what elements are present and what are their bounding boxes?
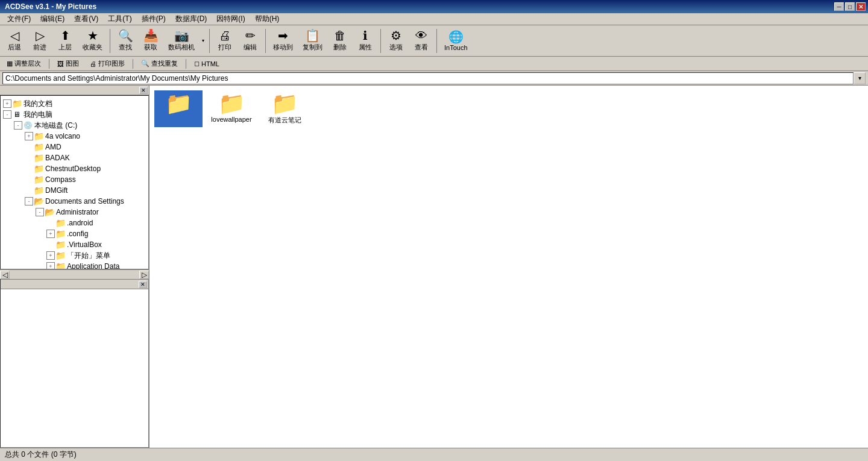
menu-file[interactable]: 文件(F): [2, 13, 36, 25]
address-dropdown[interactable]: ▾: [854, 72, 866, 84]
expand-local-disk[interactable]: -: [14, 121, 22, 130]
image-icon: 🖼: [57, 60, 64, 67]
tree-item-start-menu[interactable]: + 📁 「开始」菜单: [1, 250, 148, 261]
tree-item-4a[interactable]: + 📁 4a volcano: [1, 131, 148, 142]
find-dup-button[interactable]: 🔍 查找重复: [137, 58, 182, 70]
expand-administrator[interactable]: -: [36, 208, 44, 216]
tree-panel-header: ✕: [0, 86, 149, 95]
maximize-button[interactable]: □: [845, 2, 855, 11]
menu-tools[interactable]: 工具(T): [103, 13, 136, 25]
menu-help[interactable]: 帮助(H): [250, 13, 285, 25]
folder-icon-android: 📁: [55, 219, 65, 227]
menu-view[interactable]: 查看(V): [69, 13, 103, 25]
toolbar-sep-3: [265, 29, 266, 53]
tree-item-android[interactable]: 📁 .android: [1, 218, 148, 228]
tree-item-chestnut[interactable]: 📁 ChestnutDesktop: [1, 163, 148, 174]
expand-dmgift: [25, 186, 33, 195]
folder-icon-4a: 📁: [34, 132, 43, 140]
title-bar-controls: ─ □ ✕: [834, 2, 866, 11]
camera-dropdown[interactable]: ▾: [200, 27, 206, 55]
tree-hscrollbar[interactable]: ◁ ▷: [0, 269, 149, 279]
hscroll-left-btn[interactable]: ◁: [0, 271, 10, 279]
close-button[interactable]: ✕: [856, 2, 866, 11]
favorites-button[interactable]: ★ 收藏夹: [78, 27, 107, 55]
search-icon: 🔍: [118, 30, 133, 42]
folder-icon-docs-settings: 📂: [34, 197, 43, 205]
file-item-folder1[interactable]: 📁: [154, 90, 203, 127]
expand-docs-settings[interactable]: -: [25, 197, 33, 205]
toolbar-sep-4: [380, 29, 381, 53]
copy-button[interactable]: 📋 复制到: [298, 27, 327, 55]
left-panel: ✕ + 📁 我的文档 - 🖥 我的电脑: [0, 86, 149, 448]
address-input[interactable]: [2, 72, 854, 84]
computer-icon: 🖥: [12, 110, 22, 119]
tree-item-docs-settings[interactable]: - 📂 Documents and Settings: [1, 196, 148, 207]
edit-button[interactable]: ✏ 编辑: [238, 27, 262, 55]
status-text: 总共 0 个文件 (0 字节): [5, 450, 77, 460]
view-button[interactable]: 👁 查看: [409, 27, 433, 55]
forward-button[interactable]: ▷ 前进: [28, 27, 52, 55]
expand-my-docs[interactable]: +: [3, 99, 11, 108]
search-button[interactable]: 🔍 查找: [113, 27, 137, 55]
options-icon: ⚙: [391, 30, 401, 42]
file-item-lovewallpaper[interactable]: 📁 lovewallpaper: [207, 90, 256, 127]
toolbar-sep-1: [110, 29, 110, 53]
tree-item-virtualbox[interactable]: 📁 .VirtualBox: [1, 239, 148, 250]
tree-panel[interactable]: + 📁 我的文档 - 🖥 我的电脑 - 💿 本地磁盘 (C:): [0, 95, 149, 269]
file-name-lovewallpaper: lovewallpaper: [211, 116, 251, 123]
expand-app-data[interactable]: +: [46, 262, 55, 269]
toolbar-sep-2: [209, 29, 210, 53]
image-button[interactable]: 🖼 图图: [53, 58, 83, 70]
tree-item-compass[interactable]: 📁 Compass: [1, 174, 148, 185]
props-button[interactable]: ℹ 属性: [353, 27, 377, 55]
expand-amd: [25, 143, 33, 151]
expand-chestnut: [25, 165, 33, 173]
intouch-button[interactable]: 🌐 InTouch: [440, 27, 472, 55]
print-button[interactable]: 🖨 打印: [213, 27, 237, 55]
tree-item-local-disk[interactable]: - 💿 本地磁盘 (C:): [1, 120, 148, 131]
expand-4a[interactable]: +: [25, 132, 33, 140]
tree-item-dmgift[interactable]: 📁 DMGift: [1, 185, 148, 196]
folder-icon-my-docs: 📁: [12, 99, 22, 108]
tree-item-my-docs[interactable]: + 📁 我的文档: [1, 98, 148, 109]
options-button[interactable]: ⚙ 选项: [384, 27, 408, 55]
preview-panel-header: ✕: [1, 280, 148, 289]
menu-database[interactable]: 数据库(D): [171, 13, 212, 25]
tree-item-my-computer[interactable]: - 🖥 我的电脑: [1, 109, 148, 120]
folder-icon-amd: 📁: [34, 143, 43, 151]
tree-panel-close[interactable]: ✕: [139, 87, 148, 94]
print-image-button[interactable]: 🖨 打印图形: [86, 58, 129, 70]
tree-label-config: .config: [67, 230, 88, 238]
tree-item-config[interactable]: + 📁 .config: [1, 228, 148, 239]
back-button[interactable]: ◁ 后退: [2, 27, 27, 55]
tree-item-administrator[interactable]: - 📂 Administrator: [1, 207, 148, 218]
tree-item-amd[interactable]: 📁 AMD: [1, 142, 148, 152]
toolbar2: ▦ 调整层次 🖼 图图 🖨 打印图形 🔍 查找重复 ◻ HTML: [0, 57, 868, 71]
tree-label-local-disk: 本地磁盘 (C:): [34, 121, 77, 131]
folder-icon-compass: 📁: [34, 175, 43, 184]
folder-icon-administrator: 📂: [45, 208, 54, 216]
content-area[interactable]: 📁 📁 lovewallpaper 📁 有道云笔记: [149, 86, 868, 448]
title-text: ACDSee v3.1 - My Pictures: [5, 2, 96, 11]
tree-item-app-data[interactable]: + 📁 Application Data: [1, 261, 148, 269]
menu-edit[interactable]: 编辑(E): [36, 13, 69, 25]
preview-panel-close[interactable]: ✕: [139, 281, 147, 288]
expand-config[interactable]: +: [46, 230, 55, 238]
html-button[interactable]: ◻ HTML: [190, 58, 224, 70]
intouch-icon: 🌐: [448, 31, 464, 43]
delete-button[interactable]: 🗑 删除: [328, 27, 352, 55]
up-button[interactable]: ⬆ 上层: [53, 27, 77, 55]
expand-start-menu[interactable]: +: [46, 251, 55, 260]
adjust-layers-button[interactable]: ▦ 调整层次: [2, 58, 45, 70]
folder-icon-virtualbox: 📁: [55, 240, 65, 249]
menu-internet[interactable]: 因特网(I): [212, 13, 250, 25]
minimize-button[interactable]: ─: [834, 2, 844, 11]
camera-button[interactable]: 📷 数码相机: [164, 27, 199, 55]
hscroll-right-btn[interactable]: ▷: [139, 271, 149, 279]
file-item-youdao[interactable]: 📁 有道云笔记: [260, 90, 309, 127]
move-button[interactable]: ➡ 移动到: [269, 27, 297, 55]
tree-item-badak[interactable]: 📁 BADAK: [1, 152, 148, 163]
expand-my-computer[interactable]: -: [3, 110, 11, 119]
menu-plugins[interactable]: 插件(P): [137, 13, 171, 25]
get-button[interactable]: 📥 获取: [139, 27, 163, 55]
